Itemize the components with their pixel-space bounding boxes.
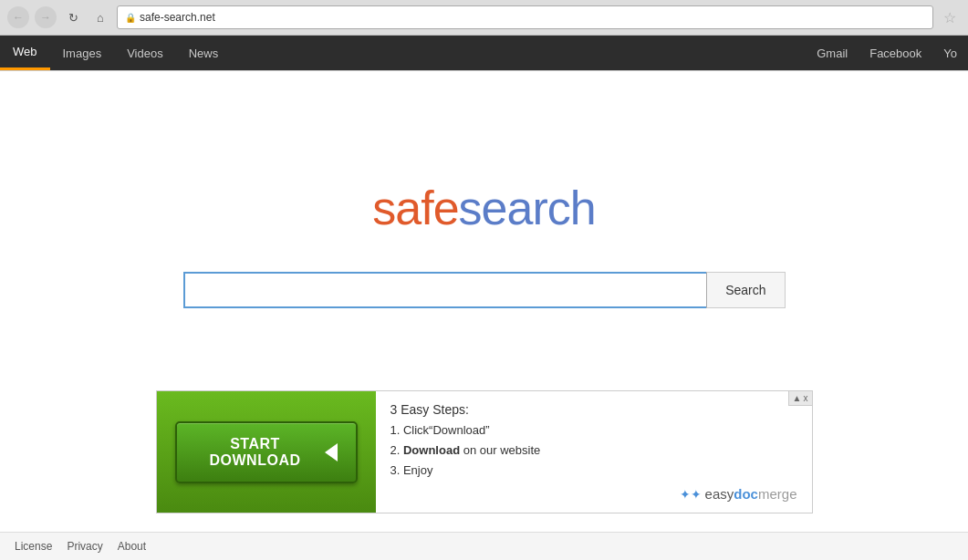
nav-tabs-left: Web Images Videos News [0, 36, 231, 70]
bookmark-star-button[interactable]: ☆ [939, 6, 961, 28]
easydoc-merge: merge [758, 486, 797, 502]
site-logo: safesearch [372, 181, 595, 235]
ad-step-3: 3. Enjoy [390, 461, 797, 481]
browser-chrome: ← → ↻ ⌂ 🔒 safe-search.net ☆ Web Images V… [0, 0, 968, 71]
search-input[interactable] [183, 272, 707, 308]
nav-gmail-link[interactable]: Gmail [806, 36, 859, 70]
start-download-button[interactable]: START DOWNLOAD [175, 421, 358, 483]
logo-safe-text: safe [372, 181, 458, 234]
ad-right-panel: 3 Easy Steps: 1. Click“Download” 2. Down… [376, 391, 812, 513]
url-text: safe-search.net [140, 11, 925, 24]
footer-privacy-link[interactable]: Privacy [67, 540, 102, 553]
footer-about-link[interactable]: About [118, 540, 146, 553]
ad-step-1: 1. Click“Download” [390, 420, 797, 441]
ad-step-2: 2. Download on our website [390, 441, 797, 461]
refresh-button[interactable]: ↻ [62, 6, 84, 28]
easydoc-easy: easy [705, 486, 734, 502]
main-content: safesearch Search ▲ x START DOWNLOAD 3 E… [0, 71, 968, 532]
lock-icon: 🔒 [125, 13, 136, 23]
nav-facebook-link[interactable]: Facebook [859, 36, 932, 70]
page-footer: License Privacy About [0, 532, 968, 560]
ad-steps-list: 1. Click“Download” 2. Download on our we… [390, 420, 797, 481]
nav-yo-link[interactable]: Yo [932, 36, 968, 70]
home-button[interactable]: ⌂ [89, 6, 111, 28]
footer-license-link[interactable]: License [15, 540, 52, 553]
easydoc-logo: ✦✦ easydocmerge [390, 486, 797, 502]
easydoc-logo-text: easydocmerge [705, 486, 797, 502]
nav-tab-news[interactable]: News [176, 36, 232, 70]
arrow-icon [325, 443, 338, 461]
navigation-bar: Web Images Videos News Gmail Facebook Yo [0, 36, 968, 70]
nav-right-links: Gmail Facebook Yo [806, 36, 968, 70]
ad-steps-title: 3 Easy Steps: [390, 402, 797, 417]
ad-banner: ▲ x START DOWNLOAD 3 Easy Steps: 1. Clic… [156, 390, 813, 513]
nav-tab-videos[interactable]: Videos [114, 36, 176, 70]
logo-search-text: search [459, 181, 596, 234]
search-area: Search [183, 272, 786, 308]
ad-close-button[interactable]: ▲ x [788, 391, 812, 406]
browser-top-bar: ← → ↻ ⌂ 🔒 safe-search.net ☆ [0, 0, 968, 36]
nav-tab-web[interactable]: Web [0, 36, 50, 70]
easydoc-doc: doc [734, 486, 758, 502]
ad-left-panel: START DOWNLOAD [157, 391, 376, 513]
address-bar[interactable]: 🔒 safe-search.net [117, 5, 933, 29]
easydoc-arrows-icon: ✦✦ [680, 487, 702, 502]
nav-tab-images[interactable]: Images [50, 36, 115, 70]
back-button[interactable]: ← [7, 6, 29, 28]
forward-button[interactable]: → [35, 6, 57, 28]
search-button[interactable]: Search [706, 272, 785, 308]
